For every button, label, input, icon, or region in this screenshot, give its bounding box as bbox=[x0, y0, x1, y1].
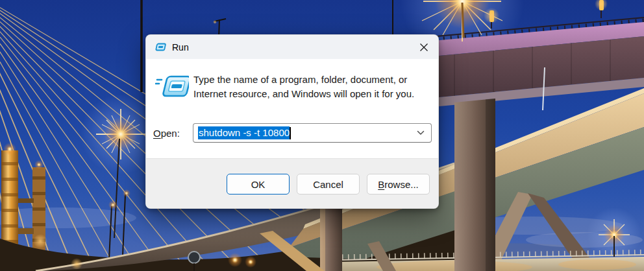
desktop: Run bbox=[0, 0, 644, 271]
dialog-titlebar[interactable]: Run bbox=[146, 35, 438, 59]
ok-button[interactable]: OK bbox=[227, 174, 290, 194]
dialog-title: Run bbox=[172, 42, 189, 53]
dialog-description: Type the name of a program, folder, docu… bbox=[193, 73, 438, 105]
run-icon-large bbox=[155, 74, 189, 105]
open-input-value: shutdown -s -t 10800 bbox=[198, 126, 290, 139]
dialog-footer: OK Cancel Browse... bbox=[146, 158, 438, 209]
cancel-button[interactable]: Cancel bbox=[297, 174, 360, 194]
browse-button[interactable]: Browse... bbox=[367, 174, 430, 194]
run-dialog: Run bbox=[145, 34, 439, 209]
open-combobox[interactable]: shutdown -s -t 10800 bbox=[193, 123, 432, 143]
run-icon bbox=[155, 43, 166, 52]
close-icon bbox=[419, 43, 428, 52]
dialog-content: Type the name of a program, folder, docu… bbox=[146, 59, 438, 158]
text-caret bbox=[290, 127, 291, 139]
close-button[interactable] bbox=[409, 35, 438, 59]
open-label: Open: bbox=[153, 128, 193, 139]
chevron-down-icon[interactable] bbox=[417, 130, 425, 136]
